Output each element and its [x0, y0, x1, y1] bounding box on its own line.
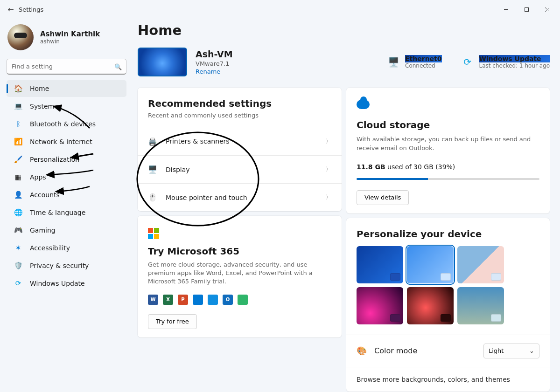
- sidebar-item-accessibility[interactable]: ✶Accessibility: [7, 240, 126, 256]
- sidebar-item-windows-update[interactable]: ⟳Windows Update: [7, 275, 126, 292]
- sidebar-item-label: Gaming: [30, 227, 56, 234]
- window-title: Settings: [19, 6, 43, 13]
- theme-option-3[interactable]: [457, 246, 504, 283]
- recommended-title: Recommended settings: [148, 98, 331, 109]
- sidebar-item-label: Home: [30, 85, 49, 92]
- chevron-down-icon: ⌄: [529, 347, 534, 354]
- sidebar-item-time-language[interactable]: 🌐Time & language: [7, 204, 126, 221]
- theme-chip: [491, 273, 501, 281]
- app-word-icon: W: [148, 295, 158, 305]
- titlebar: ← Settings: [0, 0, 560, 19]
- sidebar-item-label: Time & language: [30, 209, 85, 216]
- minimize-button[interactable]: [496, 2, 516, 17]
- sidebar-item-gaming[interactable]: 🎮Gaming: [7, 222, 126, 239]
- chevron-right-icon: 〉: [326, 138, 331, 145]
- recommended-item-label: Printers & scanners: [166, 138, 326, 145]
- cloud-title: Cloud storage: [357, 119, 539, 131]
- update-icon: ⟳: [462, 56, 474, 68]
- bluetooth-devices-icon: ᛒ: [13, 119, 23, 129]
- cloud-desc: With available storage, you can back up …: [357, 135, 539, 153]
- gaming-icon: 🎮: [13, 225, 23, 235]
- recommended-item-label: Display: [166, 166, 326, 173]
- theme-option-6[interactable]: [457, 287, 504, 324]
- theme-option-5[interactable]: [407, 287, 454, 324]
- sidebar-item-network-internet[interactable]: 📶Network & internet: [7, 133, 126, 150]
- sidebar-item-label: Personalization: [30, 156, 79, 163]
- pointer-icon: 🖱️: [148, 193, 158, 202]
- sidebar-item-accounts[interactable]: 👤Accounts: [7, 186, 126, 203]
- search-icon: 🔍: [114, 63, 122, 70]
- sidebar-item-label: Accounts: [30, 191, 60, 199]
- recommended-item-display[interactable]: 🖥️Display〉: [138, 155, 342, 183]
- content: Home Ash-VM VMware7,1 Rename 🖥️ Ethernet…: [133, 19, 560, 392]
- search-wrap: 🔍: [7, 59, 126, 75]
- search-input[interactable]: [7, 59, 126, 75]
- app-outlook-icon: O: [223, 295, 233, 305]
- display-icon: 🖥️: [148, 165, 158, 174]
- maximize-button[interactable]: [516, 2, 537, 17]
- network-internet-icon: 📶: [13, 137, 23, 147]
- personalize-card: Personalize your device 🎨 Color mode Lig…: [346, 218, 550, 392]
- privacy-security-icon: 🛡️: [13, 261, 23, 271]
- update-title: Windows Update: [479, 55, 550, 62]
- personalization-icon: 🖌️: [13, 154, 23, 165]
- browse-themes-link[interactable]: Browse more backgrounds, colors, and the…: [346, 367, 550, 392]
- sidebar-item-bluetooth-devices[interactable]: ᛒBluetooth & devices: [7, 116, 126, 132]
- home-icon: 🏠: [13, 83, 23, 94]
- update-status[interactable]: ⟳ Windows Update Last checked: 1 hour ag…: [462, 55, 550, 69]
- ethernet-icon: 🖥️: [387, 56, 399, 68]
- m365-desc: Get more cloud storage, advanced securit…: [148, 261, 331, 286]
- sidebar-item-system[interactable]: 💻System: [7, 98, 126, 115]
- user-profile[interactable]: Ashwin Karthik ashwin: [7, 24, 126, 50]
- apps-icon: ▦: [13, 172, 23, 182]
- accounts-icon: 👤: [13, 190, 23, 200]
- theme-chip: [390, 273, 400, 281]
- recommended-subtitle: Recent and commonly used settings: [148, 112, 331, 119]
- recommended-settings-card: Recommended settings Recent and commonly…: [138, 88, 342, 211]
- theme-chip: [491, 314, 501, 322]
- recommended-item-printers-scanners[interactable]: 🖨️Printers & scanners〉: [138, 127, 342, 155]
- color-mode-value: Light: [489, 347, 504, 354]
- app-familysafety-icon: [238, 295, 248, 305]
- device-name: Ash-VM: [196, 49, 233, 59]
- theme-option-1[interactable]: [357, 246, 403, 283]
- sidebar: Ashwin Karthik ashwin 🔍 🏠Home💻SystemᛒBlu…: [0, 19, 133, 392]
- nav-list: 🏠Home💻SystemᛒBluetooth & devices📶Network…: [7, 80, 126, 292]
- back-button[interactable]: ←: [3, 5, 19, 14]
- recommended-item-mouse-pointer-and-touch[interactable]: 🖱️Mouse pointer and touch〉: [138, 183, 342, 211]
- accessibility-icon: ✶: [13, 243, 23, 253]
- time-language-icon: 🌐: [13, 207, 23, 218]
- color-mode-dropdown[interactable]: Light ⌄: [483, 344, 539, 358]
- personalize-title: Personalize your device: [357, 228, 539, 240]
- sidebar-item-home[interactable]: 🏠Home: [7, 80, 126, 97]
- sidebar-item-personalization[interactable]: 🖌️Personalization: [7, 151, 126, 168]
- sidebar-item-apps[interactable]: ▦Apps: [7, 169, 126, 186]
- recommended-item-label: Mouse pointer and touch: [166, 194, 326, 201]
- sidebar-item-label: Privacy & security: [30, 262, 89, 269]
- svg-rect-1: [525, 7, 528, 11]
- theme-option-4[interactable]: [357, 287, 403, 324]
- m365-title: Try Microsoft 365: [148, 246, 331, 257]
- network-sub: Connected: [405, 62, 442, 69]
- cloud-usage-line: 11.8 GB used of 30 GB (39%): [357, 163, 539, 171]
- try-for-free-button[interactable]: Try for free: [148, 314, 197, 329]
- palette-icon: 🎨: [357, 346, 367, 356]
- theme-grid: [357, 246, 539, 324]
- device-model: VMware7,1: [196, 60, 233, 67]
- m365-apps-row: WXPO: [148, 295, 331, 305]
- sidebar-item-privacy-security[interactable]: 🛡️Privacy & security: [7, 257, 126, 274]
- theme-option-2[interactable]: [407, 246, 454, 283]
- network-status[interactable]: 🖥️ Ethernet0 Connected: [387, 55, 442, 69]
- sidebar-item-label: Accessibility: [30, 244, 70, 252]
- cloud-used-rest: used of 30 GB (39%): [385, 163, 455, 171]
- close-button[interactable]: [537, 2, 557, 17]
- view-details-button[interactable]: View details: [357, 190, 409, 205]
- app-onedrive-icon: [208, 295, 218, 305]
- user-username: ashwin: [40, 38, 100, 45]
- app-defender-icon: [193, 295, 203, 305]
- printer-icon: 🖨️: [148, 137, 158, 146]
- device-thumbnail[interactable]: [138, 48, 187, 76]
- cloud-used-gb: 11.8 GB: [357, 163, 385, 171]
- sidebar-item-label: Bluetooth & devices: [30, 120, 96, 128]
- rename-link[interactable]: Rename: [196, 68, 233, 75]
